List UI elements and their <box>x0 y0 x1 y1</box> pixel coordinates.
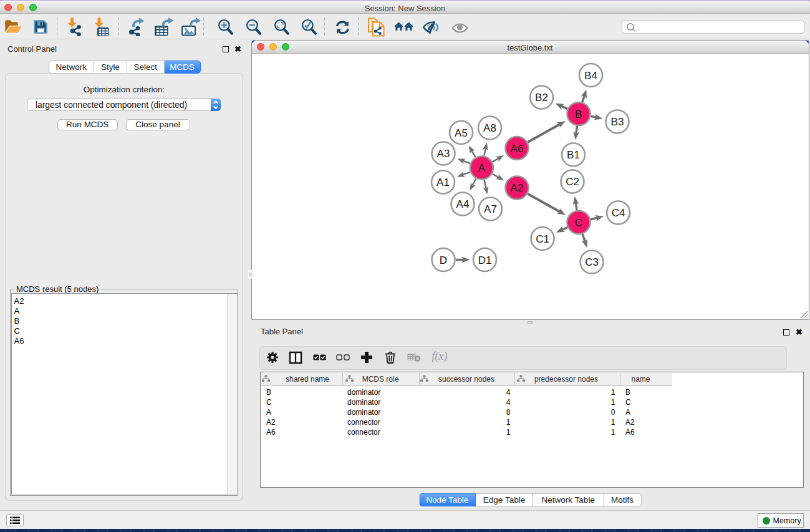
svg-text:A2: A2 <box>510 182 523 194</box>
svg-text:A5: A5 <box>455 127 468 139</box>
svg-text:B2: B2 <box>535 92 548 104</box>
svg-text:B4: B4 <box>584 70 597 82</box>
svg-text:C1: C1 <box>536 233 549 245</box>
svg-text:A4: A4 <box>456 198 469 210</box>
svg-text:B: B <box>575 109 582 120</box>
svg-text:A8: A8 <box>483 122 496 134</box>
svg-text:C4: C4 <box>611 207 625 219</box>
svg-text:D: D <box>439 254 446 266</box>
svg-text:B3: B3 <box>610 116 624 128</box>
svg-text:A6: A6 <box>510 143 523 155</box>
svg-text:A: A <box>478 162 485 174</box>
svg-text:A1: A1 <box>436 177 450 188</box>
svg-text:A7: A7 <box>484 203 497 215</box>
svg-text:C3: C3 <box>585 256 599 268</box>
svg-text:D1: D1 <box>478 254 491 266</box>
svg-text:C: C <box>574 217 582 229</box>
svg-text:A3: A3 <box>436 148 450 160</box>
svg-text:C2: C2 <box>566 176 579 188</box>
svg-text:B1: B1 <box>567 149 580 161</box>
